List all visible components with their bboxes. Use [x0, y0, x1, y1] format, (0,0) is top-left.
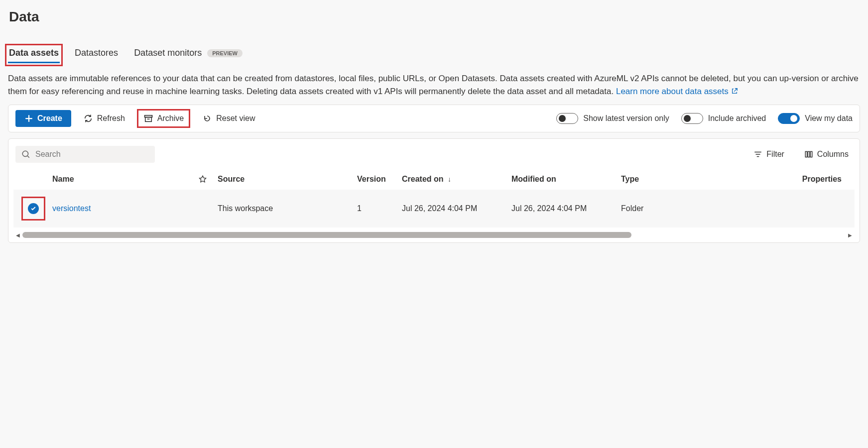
search-icon: [21, 150, 30, 159]
search-input[interactable]: [35, 150, 149, 159]
star-icon: [198, 175, 207, 184]
columns-button-label: Columns: [817, 150, 849, 159]
column-header-source[interactable]: Source: [218, 175, 357, 184]
refresh-button-label: Refresh: [97, 114, 125, 123]
learn-more-link-text: Learn more about data assets: [616, 87, 729, 96]
create-button[interactable]: Create: [15, 110, 71, 127]
external-link-icon: [731, 88, 738, 95]
column-header-created-on[interactable]: Created on ↓: [402, 175, 511, 184]
row-source-cell: This workspace: [218, 204, 357, 213]
plus-icon: [24, 114, 33, 123]
toggle-include-archived: Include archived: [681, 113, 766, 124]
toggle-include-archived-switch[interactable]: [681, 113, 703, 124]
tab-dataset-monitors-label: Dataset monitors: [134, 48, 202, 58]
column-header-properties[interactable]: Properties: [681, 175, 850, 184]
filter-button[interactable]: Filter: [749, 147, 788, 162]
learn-more-link[interactable]: Learn more about data assets: [616, 87, 738, 96]
svg-rect-5: [810, 151, 812, 157]
toggle-latest-version-label: Show latest version only: [583, 114, 669, 123]
scroll-thumb[interactable]: [22, 232, 631, 238]
toggle-latest-version-switch[interactable]: [556, 113, 578, 124]
reset-view-button[interactable]: Reset view: [198, 111, 259, 126]
toolbar: Create Refresh: [8, 105, 860, 132]
table-toolbar: Filter Columns: [13, 144, 855, 169]
archive-icon: [143, 113, 153, 123]
table-toolbar-right: Filter Columns: [749, 147, 853, 162]
filter-icon: [753, 150, 762, 159]
highlight-archive-button: Archive: [137, 109, 190, 128]
toggle-include-archived-label: Include archived: [708, 114, 766, 123]
toggle-view-my-data-label: View my data: [805, 114, 853, 123]
table-panel: Filter Columns Name: [8, 138, 860, 243]
row-select-cell: [18, 197, 48, 221]
toolbar-left: Create Refresh: [15, 109, 259, 128]
toggle-view-my-data-switch[interactable]: [778, 113, 800, 124]
reset-view-icon: [202, 113, 212, 123]
refresh-button[interactable]: Refresh: [79, 111, 129, 126]
description-text: Data assets are immutable references to …: [8, 72, 860, 98]
table-header-row: Name Source Version Created on ↓ Modifie…: [13, 169, 855, 190]
toggle-latest-version: Show latest version only: [556, 113, 669, 124]
column-header-favorite[interactable]: [188, 175, 218, 184]
tabs-bar: Data assets Datastores Dataset monitors …: [8, 45, 860, 63]
column-header-type[interactable]: Type: [621, 175, 681, 184]
row-modified-cell: Jul 26, 2024 4:04 PM: [511, 204, 621, 213]
tab-data-assets-label: Data assets: [9, 48, 59, 58]
tab-dataset-monitors[interactable]: Dataset monitors PREVIEW: [133, 45, 244, 63]
tab-datastores[interactable]: Datastores: [74, 45, 119, 63]
create-button-label: Create: [37, 114, 62, 123]
refresh-icon: [83, 113, 93, 123]
column-header-modified-on[interactable]: Modified on: [511, 175, 621, 184]
scroll-right-icon[interactable]: ▶: [846, 232, 855, 238]
toggle-view-my-data: View my data: [778, 113, 853, 124]
svg-rect-4: [808, 151, 809, 157]
svg-point-2: [22, 151, 28, 156]
scroll-track[interactable]: [22, 231, 846, 238]
columns-button[interactable]: Columns: [800, 147, 853, 162]
highlight-row-checkbox: [21, 197, 45, 221]
row-type-cell: Folder: [621, 204, 681, 213]
columns-icon: [804, 150, 813, 159]
table-row[interactable]: versiontest This workspace 1 Jul 26, 202…: [13, 190, 855, 227]
scroll-left-icon[interactable]: ◀: [13, 232, 22, 238]
archive-button[interactable]: Archive: [141, 112, 186, 124]
row-name-link[interactable]: versiontest: [52, 204, 91, 213]
filter-button-label: Filter: [766, 150, 784, 159]
preview-badge: PREVIEW: [207, 49, 243, 57]
svg-rect-3: [805, 151, 807, 157]
page-title: Data: [8, 0, 860, 30]
toolbar-right: Show latest version only Include archive…: [556, 113, 853, 124]
sort-descending-icon: ↓: [448, 175, 451, 183]
column-header-version[interactable]: Version: [357, 175, 402, 184]
archive-button-label: Archive: [157, 114, 184, 123]
column-header-created-on-label: Created on: [402, 175, 444, 183]
row-created-cell: Jul 26, 2024 4:04 PM: [402, 204, 511, 213]
row-checkbox-checked[interactable]: [28, 203, 39, 214]
search-input-wrap[interactable]: [15, 146, 155, 163]
horizontal-scrollbar[interactable]: ◀ ▶: [13, 227, 855, 239]
row-version-cell: 1: [357, 204, 402, 213]
tab-data-assets[interactable]: Data assets: [8, 45, 60, 63]
row-name-cell: versiontest: [48, 204, 188, 213]
data-assets-table: Name Source Version Created on ↓ Modifie…: [13, 169, 855, 239]
column-header-name[interactable]: Name: [48, 175, 188, 184]
reset-view-button-label: Reset view: [216, 114, 255, 123]
